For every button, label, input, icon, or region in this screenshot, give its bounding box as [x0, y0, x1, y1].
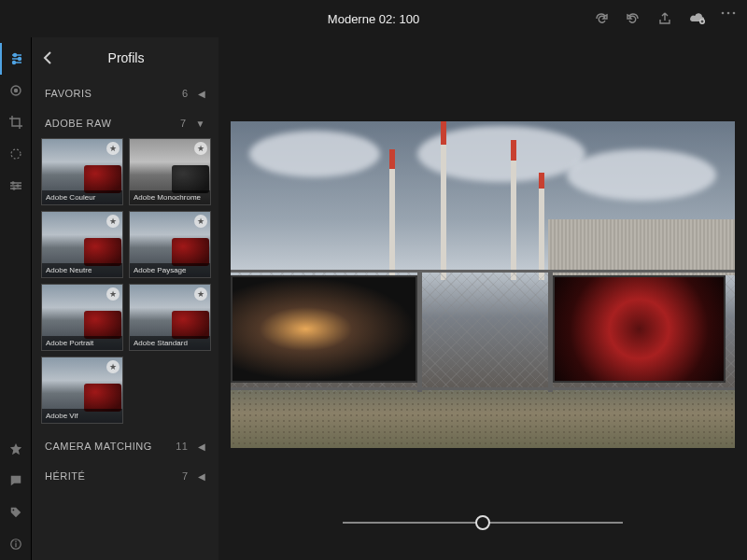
- header-actions: [594, 11, 736, 26]
- image-preview: [231, 121, 735, 448]
- svg-point-4: [13, 54, 16, 57]
- thumb-label: Adobe Vif: [42, 409, 122, 423]
- chevron-left-icon: ◀: [198, 441, 206, 452]
- category-count: 11: [176, 441, 188, 452]
- thumb-label: Adobe Standard: [130, 336, 210, 350]
- category-count: 7: [180, 118, 187, 129]
- category-label: HÉRITÉ: [45, 470, 182, 482]
- favorite-star-icon[interactable]: ★: [194, 142, 207, 155]
- svg-point-13: [12, 510, 14, 511]
- thumb-label: Adobe Monochrome: [130, 190, 210, 204]
- category-camera-matching[interactable]: CAMERA MATCHING 11 ◀: [32, 431, 218, 461]
- canvas-area: [218, 37, 747, 560]
- svg-point-3: [733, 12, 736, 15]
- share-icon[interactable]: [657, 11, 672, 26]
- svg-point-9: [11, 149, 21, 159]
- profiles-panel: Profils FAVORIS 6 ◀ ADOBE RAW 7 ▼ ★Adobe…: [32, 37, 218, 560]
- favorite-star-icon[interactable]: ★: [194, 215, 207, 228]
- cloud-sync-icon[interactable]: [689, 11, 704, 26]
- thumb-label: Adobe Couleur: [42, 190, 122, 204]
- svg-point-2: [727, 12, 730, 15]
- tool-rail: [0, 37, 32, 560]
- svg-point-6: [12, 62, 15, 64]
- panel-scroll[interactable]: FAVORIS 6 ◀ ADOBE RAW 7 ▼ ★Adobe Couleur…: [32, 78, 218, 560]
- category-label: CAMERA MATCHING: [45, 441, 176, 452]
- panel-title: Profils: [63, 50, 189, 65]
- svg-point-1: [722, 12, 725, 15]
- tool-healing[interactable]: [0, 75, 32, 106]
- chevron-left-icon: ◀: [198, 89, 206, 99]
- tool-tag[interactable]: [0, 497, 32, 528]
- more-icon[interactable]: [721, 11, 736, 26]
- svg-point-12: [13, 188, 15, 189]
- tool-presets[interactable]: [0, 170, 32, 202]
- profile-thumb[interactable]: ★Adobe Paysage: [129, 211, 211, 278]
- tool-masking[interactable]: [0, 138, 32, 170]
- favorite-star-icon[interactable]: ★: [106, 360, 120, 373]
- category-count: 6: [182, 88, 189, 99]
- thumb-label: Adobe Paysage: [130, 263, 210, 277]
- svg-point-5: [18, 58, 21, 61]
- document-title: Moderne 02: 100: [328, 12, 419, 26]
- profile-thumb[interactable]: ★Adobe Neutre: [41, 211, 123, 278]
- category-herite[interactable]: HÉRITÉ 7 ◀: [32, 461, 218, 491]
- chevron-down-icon: ▼: [196, 119, 205, 129]
- favorite-star-icon[interactable]: ★: [106, 287, 120, 301]
- profile-grid: ★Adobe Couleur★Adobe Monochrome★Adobe Ne…: [32, 138, 218, 431]
- image-viewport[interactable]: [218, 37, 747, 504]
- app-header: Moderne 02: 100: [0, 0, 747, 37]
- intensity-slider-row: [218, 504, 747, 560]
- category-adobe-raw[interactable]: ADOBE RAW 7 ▼: [32, 108, 218, 138]
- redo-icon[interactable]: [594, 11, 609, 26]
- thumb-label: Adobe Portrait: [42, 336, 122, 350]
- category-count: 7: [182, 470, 189, 482]
- thumb-label: Adobe Neutre: [42, 263, 122, 277]
- tool-adjust[interactable]: [0, 43, 32, 75]
- svg-point-11: [17, 185, 19, 187]
- profile-thumb[interactable]: ★Adobe Standard: [129, 284, 211, 351]
- profile-thumb[interactable]: ★Adobe Portrait: [41, 284, 123, 351]
- category-label: FAVORIS: [45, 88, 182, 99]
- undo-icon[interactable]: [626, 11, 641, 26]
- tool-favorite[interactable]: [0, 433, 32, 465]
- favorite-star-icon[interactable]: ★: [194, 287, 207, 301]
- intensity-slider[interactable]: [343, 522, 623, 524]
- back-button[interactable]: [43, 50, 52, 65]
- favorite-star-icon[interactable]: ★: [106, 142, 120, 155]
- favorite-star-icon[interactable]: ★: [106, 215, 120, 228]
- main-layout: Profils FAVORIS 6 ◀ ADOBE RAW 7 ▼ ★Adobe…: [0, 37, 747, 560]
- category-label: ADOBE RAW: [45, 118, 180, 129]
- tool-comments[interactable]: [0, 465, 32, 497]
- tool-crop[interactable]: [0, 106, 32, 138]
- panel-header: Profils: [32, 37, 218, 78]
- tool-info[interactable]: [0, 528, 32, 560]
- profile-thumb[interactable]: ★Adobe Monochrome: [129, 138, 211, 205]
- slider-thumb[interactable]: [475, 515, 490, 530]
- profile-thumb[interactable]: ★Adobe Vif: [41, 357, 123, 424]
- profile-thumb[interactable]: ★Adobe Couleur: [41, 138, 123, 205]
- svg-point-8: [14, 90, 17, 92]
- category-favoris[interactable]: FAVORIS 6 ◀: [32, 78, 218, 108]
- svg-point-10: [12, 182, 14, 184]
- chevron-left-icon: ◀: [198, 471, 206, 482]
